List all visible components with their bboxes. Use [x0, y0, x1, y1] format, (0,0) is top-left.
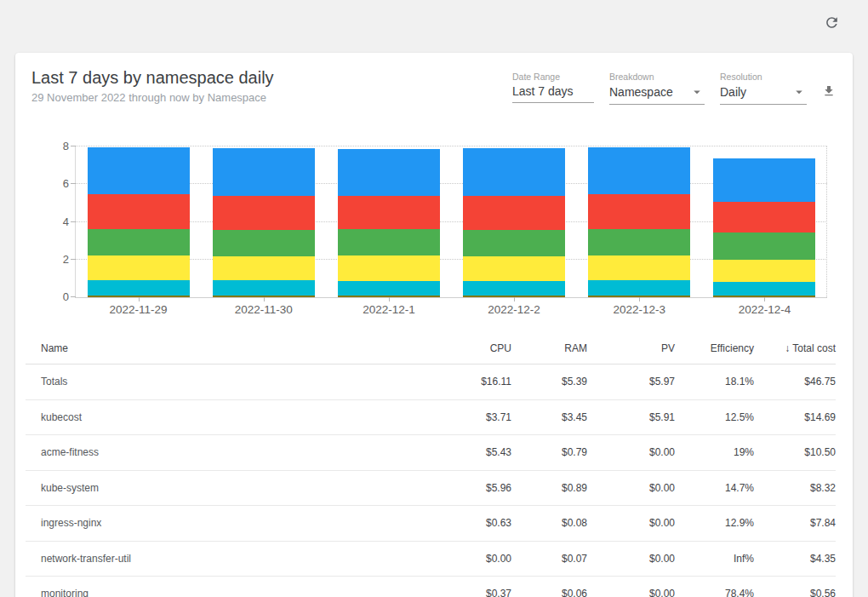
- date-range-label: Date Range: [512, 72, 594, 82]
- bar-2022-12-3: [588, 147, 690, 297]
- x-axis-tick: [764, 297, 765, 301]
- y-axis-tick: [71, 221, 76, 222]
- cell: $0.00: [587, 588, 675, 597]
- bar-segment-network-transfer-util[interactable]: [713, 282, 815, 296]
- bar-2022-11-30: [213, 148, 315, 297]
- x-axis-tick: [139, 297, 140, 301]
- x-axis-label: 2022-12-3: [613, 303, 665, 316]
- cell-name: monitoring: [26, 588, 443, 597]
- chevron-down-icon: [791, 84, 807, 100]
- bar-segment-kube-system[interactable]: [588, 229, 690, 255]
- y-axis-tick: [71, 296, 76, 297]
- cell-name: kube-system: [26, 482, 443, 494]
- bar-segment-kube-system[interactable]: [713, 232, 815, 260]
- refresh-button[interactable]: [822, 14, 841, 33]
- y-axis-tick: [71, 146, 76, 146]
- bar-segment-kubecost[interactable]: [213, 148, 315, 195]
- column-header-ram[interactable]: RAM: [511, 342, 587, 354]
- table-row-totals[interactable]: Totals$16.11$5.39$5.9718.1%$46.75: [26, 365, 836, 400]
- cell: $0.06: [511, 588, 587, 597]
- x-axis-tick: [264, 297, 265, 301]
- bar-segment-kube-system[interactable]: [463, 230, 565, 256]
- table-row-acme-fitness[interactable]: acme-fitness$5.43$0.79$0.0019%$10.50: [26, 435, 836, 471]
- cost-table: NameCPURAMPVEfficiency↓Total cost Totals…: [26, 332, 836, 597]
- cell: $0.08: [511, 517, 587, 529]
- column-header-cpu[interactable]: CPU: [443, 342, 511, 354]
- resolution-select[interactable]: Daily: [720, 84, 807, 105]
- cell: $0.07: [511, 553, 587, 565]
- x-axis-label: 2022-11-29: [110, 303, 168, 316]
- x-axis-tick: [389, 297, 390, 301]
- bar-segment-kubecost[interactable]: [88, 147, 190, 194]
- table-row-kube-system[interactable]: kube-system$5.96$0.89$0.0014.7%$8.32: [26, 471, 836, 507]
- column-header-total-cost[interactable]: ↓Total cost: [754, 342, 836, 354]
- y-axis-label: 2: [49, 253, 69, 267]
- bar-segment-network-transfer-util[interactable]: [88, 280, 190, 296]
- bar-segment-acme-fitness[interactable]: [463, 196, 565, 230]
- report-card: Last 7 days by namespace daily 29 Novemb…: [15, 53, 853, 597]
- download-icon: [822, 84, 836, 98]
- table-row-ingress-nginx[interactable]: ingress-nginx$0.63$0.08$0.0012.9%$7.84: [26, 506, 836, 542]
- bar-segment-network-transfer-util[interactable]: [588, 280, 690, 296]
- bar-segment-acme-fitness[interactable]: [88, 194, 190, 229]
- cell: 12.5%: [675, 411, 754, 423]
- bar-segment-ingress-nginx[interactable]: [88, 255, 190, 280]
- bar-segment-acme-fitness[interactable]: [588, 194, 690, 228]
- bar-segment-network-transfer-util[interactable]: [463, 281, 565, 296]
- table-row-network-transfer-util[interactable]: network-transfer-util$0.00$0.07$0.00Inf%…: [26, 542, 836, 577]
- y-axis-tick: [71, 183, 76, 184]
- date-range-control: Date Range Last 7 days: [512, 72, 594, 103]
- bar-segment-ingress-nginx[interactable]: [213, 256, 315, 281]
- cell: $46.75: [754, 376, 836, 387]
- cell: $0.00: [587, 482, 675, 494]
- cell: $0.56: [754, 588, 836, 597]
- bar-segment-ingress-nginx[interactable]: [463, 256, 565, 281]
- bar-segment-kube-system[interactable]: [213, 230, 315, 256]
- column-header-name[interactable]: Name: [26, 342, 443, 354]
- y-gridline: [76, 146, 827, 146]
- x-axis-label: 2022-11-30: [235, 303, 293, 316]
- top-bar: [0, 0, 868, 53]
- cell-name: kubecost: [26, 411, 443, 423]
- y-axis-label: 0: [49, 290, 69, 304]
- breakdown-select[interactable]: Namespace: [609, 84, 705, 105]
- bar-segment-network-transfer-util[interactable]: [338, 281, 440, 296]
- cell-name: network-transfer-util: [26, 553, 443, 565]
- bar-segment-acme-fitness[interactable]: [213, 196, 315, 230]
- date-range-select[interactable]: Last 7 days: [512, 84, 594, 103]
- page-title: Last 7 days by namespace daily: [31, 68, 274, 88]
- cell-name: acme-fitness: [26, 446, 443, 458]
- bar-segment-kubecost[interactable]: [588, 147, 690, 194]
- bar-segment-kube-system[interactable]: [338, 229, 440, 255]
- resolution-label: Resolution: [720, 72, 807, 82]
- x-axis-label: 2022-12-1: [363, 303, 415, 316]
- cell: $0.00: [443, 553, 511, 565]
- bar-segment-network-transfer-util[interactable]: [213, 280, 315, 296]
- cell: $0.00: [587, 553, 675, 565]
- cell: $5.97: [587, 376, 675, 387]
- bar-segment-kubecost[interactable]: [463, 148, 565, 196]
- cell: 18.1%: [675, 376, 754, 387]
- bar-2022-12-1: [338, 149, 440, 297]
- cell: $14.69: [754, 411, 836, 423]
- bar-segment-acme-fitness[interactable]: [338, 196, 440, 229]
- cell: 12.9%: [675, 517, 754, 529]
- bar-segment-kube-system[interactable]: [88, 229, 190, 255]
- chevron-down-icon: [689, 84, 705, 100]
- cell: 78.4%: [675, 588, 754, 597]
- bar-segment-kubecost[interactable]: [713, 158, 815, 202]
- bar-segment-ingress-nginx[interactable]: [588, 255, 690, 280]
- download-button[interactable]: [822, 84, 836, 98]
- column-header-efficiency[interactable]: Efficiency: [675, 342, 754, 354]
- table-row-monitoring[interactable]: monitoring$0.37$0.06$0.0078.4%$0.56: [26, 577, 836, 597]
- cell: $0.63: [443, 517, 511, 529]
- bar-segment-ingress-nginx[interactable]: [338, 255, 440, 280]
- bar-segment-ingress-nginx[interactable]: [713, 260, 815, 282]
- bar-segment-acme-fitness[interactable]: [713, 202, 815, 232]
- table-row-kubecost[interactable]: kubecost$3.71$3.45$5.9112.5%$14.69: [26, 400, 836, 436]
- bar-segment-kubecost[interactable]: [338, 149, 440, 196]
- breakdown-value: Namespace: [609, 85, 673, 99]
- column-header-pv[interactable]: PV: [587, 342, 675, 354]
- cell: $0.79: [511, 446, 587, 458]
- page-subtitle: 29 November 2022 through now by Namespac…: [31, 91, 266, 104]
